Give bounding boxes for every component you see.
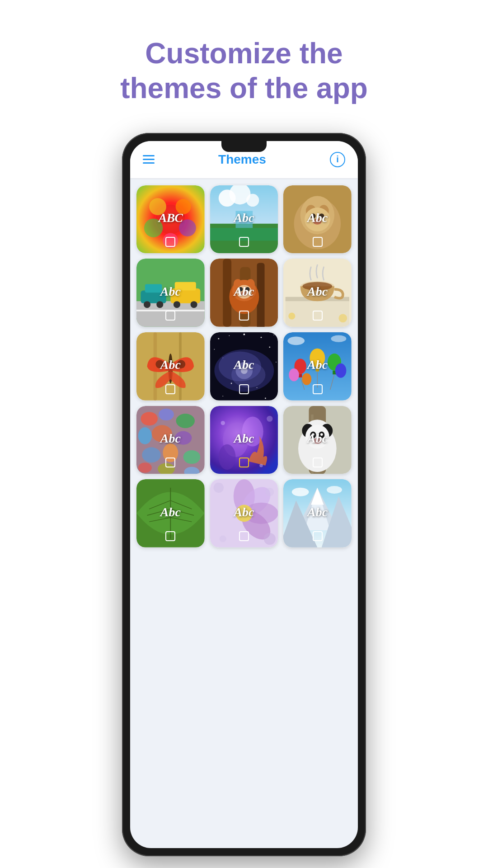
svg-point-103 (138, 462, 152, 473)
svg-point-111 (267, 415, 272, 421)
svg-point-12 (246, 193, 259, 206)
theme-butterfly-checkbox[interactable] (165, 384, 175, 394)
svg-point-62 (243, 334, 245, 335)
svg-point-68 (276, 362, 277, 363)
app-bar-title: Themes (218, 152, 266, 167)
theme-flower[interactable]: Abc (210, 479, 278, 547)
svg-point-89 (302, 373, 312, 385)
svg-point-76 (222, 396, 223, 396)
svg-point-65 (214, 349, 215, 350)
svg-point-29 (156, 301, 163, 308)
theme-lake-checkbox[interactable] (239, 237, 249, 247)
svg-point-140 (213, 483, 224, 493)
theme-lion-checkbox[interactable] (313, 237, 323, 247)
svg-point-109 (218, 444, 235, 470)
theme-galaxy-checkbox[interactable] (239, 384, 249, 394)
theme-cars-checkbox[interactable] (165, 311, 175, 321)
theme-leaf[interactable]: Abc (136, 479, 205, 547)
svg-point-64 (273, 335, 274, 335)
theme-butterfly-label: Abc (160, 358, 181, 372)
menu-icon[interactable] (143, 155, 155, 164)
theme-tea-checkbox[interactable] (313, 311, 323, 321)
theme-purple-label: Abc (234, 431, 254, 446)
svg-point-74 (230, 383, 232, 384)
phone-screen: Themes i ABC (130, 141, 358, 848)
theme-lake-label: Abc (234, 211, 254, 225)
theme-redpanda-label: Abc (234, 284, 254, 298)
theme-panda-checkbox[interactable] (313, 458, 323, 467)
phone-frame: Themes i ABC (122, 133, 366, 856)
info-icon[interactable]: i (330, 152, 345, 167)
svg-rect-84 (299, 374, 302, 377)
svg-point-51 (289, 313, 296, 320)
theme-cars-label: Abc (160, 284, 181, 298)
theme-tea-label: Abc (307, 284, 328, 298)
svg-point-33 (191, 301, 197, 308)
svg-point-97 (138, 427, 152, 444)
svg-rect-27 (145, 284, 162, 293)
theme-mountain[interactable]: Abc (283, 479, 352, 547)
svg-point-151 (327, 486, 342, 494)
svg-point-88 (335, 363, 346, 378)
svg-point-100 (142, 447, 160, 462)
theme-stones-label: Abc (160, 431, 181, 446)
svg-point-61 (229, 335, 230, 336)
page-title: Customize the themes of the app (84, 36, 404, 106)
svg-point-95 (159, 408, 174, 420)
svg-point-87 (289, 368, 300, 381)
theme-balloon-label: Abc (307, 358, 328, 372)
svg-point-77 (265, 397, 266, 399)
theme-stones[interactable]: Abc (136, 406, 205, 474)
theme-purple-checkbox[interactable] (239, 458, 249, 467)
phone-notch (221, 141, 267, 152)
theme-leaf-checkbox[interactable] (165, 531, 175, 541)
svg-point-141 (265, 488, 274, 496)
svg-point-143 (263, 533, 275, 545)
svg-point-32 (174, 301, 180, 308)
svg-point-28 (144, 301, 150, 308)
svg-point-94 (141, 412, 158, 425)
theme-mountain-checkbox[interactable] (313, 531, 323, 541)
theme-fruit-label: ABC (159, 211, 183, 225)
themes-grid: ABC (130, 178, 358, 848)
svg-point-63 (260, 337, 262, 338)
theme-tea[interactable]: Abc (283, 259, 352, 327)
theme-panda[interactable]: Abc (283, 406, 352, 474)
svg-point-80 (331, 335, 347, 342)
theme-fruit-checkbox[interactable] (165, 237, 175, 247)
svg-point-142 (219, 536, 226, 542)
svg-point-52 (339, 314, 347, 323)
theme-balloon[interactable]: Abc (283, 332, 352, 401)
theme-purple[interactable]: Abc (210, 406, 278, 474)
theme-flower-label: Abc (234, 505, 254, 519)
svg-point-110 (221, 421, 225, 425)
svg-point-112 (259, 464, 263, 467)
svg-point-96 (176, 414, 195, 428)
theme-lion[interactable]: Abc (283, 185, 352, 254)
theme-leaf-label: Abc (160, 505, 181, 519)
theme-flower-checkbox[interactable] (239, 531, 249, 541)
theme-panda-label: Abc (307, 431, 328, 446)
theme-balloon-checkbox[interactable] (313, 384, 323, 394)
theme-butterfly[interactable]: Abc (136, 332, 205, 401)
theme-fruit[interactable]: ABC (136, 185, 205, 254)
svg-point-79 (288, 336, 305, 345)
theme-lake[interactable]: Abc (210, 185, 278, 254)
theme-mountain-label: Abc (307, 505, 328, 519)
svg-point-75 (256, 387, 257, 388)
svg-point-60 (218, 338, 219, 340)
page-background: Customize the themes of the app Themes i (0, 0, 488, 868)
svg-point-66 (269, 346, 270, 348)
theme-stones-checkbox[interactable] (165, 458, 175, 467)
theme-galaxy-label: Abc (234, 358, 254, 372)
theme-redpanda[interactable]: Abc (210, 259, 278, 327)
theme-redpanda-checkbox[interactable] (239, 311, 249, 321)
theme-cars[interactable]: Abc (136, 259, 205, 327)
theme-lion-label: Abc (307, 211, 328, 225)
theme-galaxy[interactable]: Abc (210, 332, 278, 401)
svg-point-150 (292, 488, 309, 496)
svg-point-102 (183, 450, 201, 464)
